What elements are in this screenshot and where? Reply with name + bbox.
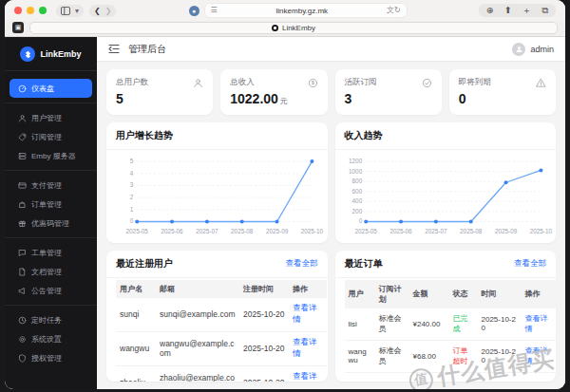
translate-icon[interactable]: 文: [387, 7, 394, 14]
user-menu[interactable]: admin: [512, 43, 554, 56]
svg-text:1000: 1000: [349, 168, 363, 175]
view-details-link[interactable]: 查看详情: [289, 365, 327, 382]
collapse-sidebar-icon[interactable]: [108, 44, 120, 54]
cell-registered: 2025-10-20: [239, 331, 289, 365]
svg-text:2025-06: 2025-06: [161, 228, 183, 234]
column-header: 操作: [289, 280, 327, 298]
column-header: 操作: [522, 280, 556, 308]
check-circle-icon: [422, 78, 432, 88]
cell-user: lisi: [345, 308, 375, 341]
sidebar-item-subscriptions[interactable]: 订阅管理: [10, 127, 92, 146]
document-icon: [18, 268, 27, 276]
cell-plan: 标准会员: [375, 308, 409, 341]
sidebar-toggle[interactable]: ▾: [56, 5, 84, 17]
close-window-button[interactable]: [14, 7, 22, 14]
sidebar-item-settings[interactable]: 系统设置: [10, 329, 92, 348]
tab-linkemby[interactable]: LinkEmby: [29, 22, 558, 34]
cell-email: sunqi@example.com: [156, 298, 239, 332]
extension-icon[interactable]: ●: [189, 6, 200, 16]
svg-text:2025-07: 2025-07: [196, 228, 218, 234]
reload-icon[interactable]: ↻: [394, 7, 401, 14]
avatar: [512, 43, 525, 56]
sidebar-item-coupons[interactable]: 优惠码管理: [10, 214, 92, 233]
address-bar[interactable]: ☰ linkemby.gz.mk 文 ↻: [205, 4, 407, 17]
server-icon: [18, 152, 27, 160]
sidebar-item-label: 工单管理: [31, 248, 62, 258]
cell-time: 2025-10-20: [478, 340, 522, 372]
svg-text:600: 600: [352, 188, 362, 195]
sidebar-item-label: 仪表盘: [31, 84, 54, 94]
user-growth-chart: 0123452025-052025-062025-072025-082025-0…: [106, 150, 328, 243]
minimize-window-button[interactable]: [27, 7, 34, 14]
svg-text:800: 800: [352, 177, 362, 184]
view-all-orders-link[interactable]: 查看全部: [514, 258, 546, 270]
sidebar-item-orders[interactable]: 订单管理: [10, 195, 92, 214]
url-text: linkemby.gz.mk: [218, 7, 387, 15]
reader-icon[interactable]: ☰: [211, 7, 218, 14]
svg-text:$: $: [312, 80, 314, 85]
stat-label: 即将到期: [459, 77, 491, 88]
svg-text:2025-08: 2025-08: [460, 228, 483, 234]
svg-text:0: 0: [130, 217, 134, 224]
pinned-tab[interactable]: ▣: [12, 22, 24, 33]
column-header: 邮箱: [156, 280, 239, 298]
megaphone-icon: [18, 287, 27, 295]
sidebar-item-tickets[interactable]: 工单管理: [10, 243, 92, 262]
column-header: 金额: [409, 280, 449, 308]
sidebar-item-cron[interactable]: 定时任务: [10, 310, 92, 329]
svg-text:1: 1: [130, 206, 134, 213]
share-icon[interactable]: ⬆: [502, 6, 515, 15]
view-details-link[interactable]: 查看详情: [522, 308, 556, 341]
line-chart-svg: 0123452025-052025-062025-072025-082025-0…: [108, 153, 326, 237]
forward-button[interactable]: ❯: [105, 7, 112, 15]
svg-text:2025-09: 2025-09: [494, 228, 517, 234]
tag-icon: [18, 133, 27, 141]
chart-title: 用户增长趋势: [116, 129, 173, 142]
zoom-window-button[interactable]: [39, 7, 47, 14]
back-button[interactable]: ❮: [94, 7, 101, 15]
charts-row: 用户增长趋势 0123452025-052025-062025-072025-0…: [106, 122, 556, 243]
sidebar-item-payments[interactable]: 支付管理: [10, 176, 92, 195]
nav-group: 支付管理订单管理优惠码管理: [5, 170, 97, 234]
stat-label: 总收入: [230, 77, 255, 88]
view-details-link[interactable]: 查看详情: [522, 340, 556, 372]
svg-text:2025-10: 2025-10: [301, 228, 324, 234]
downloads-icon[interactable]: ⊕: [484, 6, 497, 15]
view-details-link[interactable]: 查看详情: [289, 298, 327, 332]
sidebar-item-license[interactable]: 授权管理: [10, 348, 92, 367]
stat-card-expiring-soon: 即将到期0: [449, 69, 556, 115]
sidebar-nav: 仪表盘用户管理订阅管理Emby 服务器支付管理订单管理优惠码管理工单管理文档管理…: [5, 71, 97, 369]
new-tab-button[interactable]: ＋: [520, 6, 535, 15]
traffic-lights: [14, 7, 47, 14]
sidebar-item-docs[interactable]: 文档管理: [10, 262, 92, 281]
sidebar-icon: [61, 7, 70, 15]
table-row: wangwuwangwu@example.com2025-10-20查看详情: [116, 331, 327, 365]
browser-window: ▾ ❮ ❯ ● ☰ linkemby.gz.mk 文 ↻ ⊕ ⬆ ＋ ⧉ ▣ L…: [5, 0, 565, 389]
view-all-users-link[interactable]: 查看全部: [286, 258, 318, 270]
svg-text:3: 3: [130, 181, 134, 188]
app-logo[interactable]: LinkEmby: [5, 37, 97, 71]
dollar-icon: $: [308, 78, 318, 88]
chart-title: 收入趋势: [345, 129, 383, 142]
tab-overview-icon[interactable]: ⧉: [539, 6, 551, 15]
sidebar-item-dashboard[interactable]: 仪表盘: [10, 79, 92, 98]
view-details-link[interactable]: 查看详情: [289, 331, 327, 365]
user-icon: [18, 114, 27, 122]
svg-text:400: 400: [352, 197, 362, 204]
sidebar-item-label: 用户管理: [31, 113, 62, 123]
stat-value: 0: [459, 91, 546, 106]
tab-title: LinkEmby: [282, 24, 315, 32]
recent-users-table: 用户名邮箱注册时间操作sunqisunqi@example.com2025-10…: [116, 280, 327, 382]
tab-bar: ▣ LinkEmby: [5, 21, 565, 37]
column-header: 用户名: [116, 280, 156, 298]
table-title: 最近订单: [345, 257, 383, 271]
stats-row: 总用户数5总收入$1022.00元活跃订阅3即将到期0: [106, 69, 556, 115]
cell-registered: 2025-10-20: [239, 365, 289, 382]
table-row: lisi标准会员¥240.00已完成2025-10-20查看详情: [345, 308, 556, 341]
dashboard-icon: [18, 84, 27, 93]
sidebar-item-emby-servers[interactable]: Emby 服务器: [10, 146, 92, 165]
cell-amount: ¥240.00: [409, 308, 449, 341]
svg-text:200: 200: [352, 208, 362, 215]
sidebar-item-users[interactable]: 用户管理: [10, 108, 92, 127]
sidebar-item-announcements[interactable]: 公告管理: [10, 281, 92, 300]
